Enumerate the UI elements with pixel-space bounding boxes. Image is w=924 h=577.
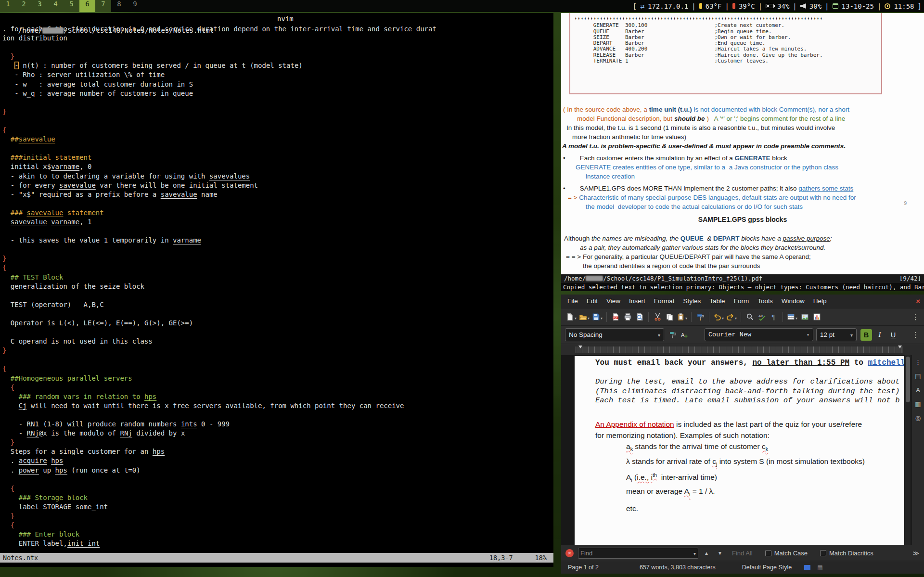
tl-line: ##Homogeneous parallel servers — [2, 374, 553, 383]
new-document-dropdown-icon[interactable] — [574, 313, 577, 321]
menu-form[interactable]: Form — [730, 295, 754, 308]
pdf-viewer-window[interactable]: ****************************************… — [561, 13, 924, 291]
menu-help[interactable]: Help — [809, 295, 831, 308]
paste-dropdown-icon[interactable] — [685, 313, 687, 321]
menu-file[interactable]: File — [563, 295, 582, 308]
vertical-scrollbar[interactable] — [905, 355, 911, 545]
cursor-position: 18,3-7 — [489, 553, 513, 563]
close-find-icon[interactable] — [565, 549, 574, 557]
italic-button[interactable]: I — [874, 329, 886, 341]
network-icon — [640, 2, 644, 11]
indent-marker-left[interactable] — [578, 346, 582, 348]
editor-buffer[interactable]: . for each C the time duration in Q and … — [0, 25, 553, 553]
scrollbar-thumb[interactable] — [906, 357, 910, 402]
tl-line: { — [2, 484, 553, 493]
page-count[interactable]: Page 1 of 2 — [568, 564, 599, 571]
copy-icon[interactable] — [664, 311, 675, 323]
terminal-window[interactable]: /home//School/csc148/Notes/Notes/Notes.h… — [0, 13, 553, 567]
tl-line — [2, 98, 553, 107]
open-dropdown-icon[interactable] — [587, 313, 590, 321]
save-icon[interactable] — [591, 311, 603, 323]
writer-window[interactable]: FileEditViewInsertFormatStylesTableFormT… — [561, 295, 924, 574]
clone-formatting-icon[interactable] — [694, 311, 706, 323]
find-next-button[interactable]: ▼ — [715, 551, 725, 556]
menu-view[interactable]: View — [602, 295, 625, 308]
redo-dropdown-icon[interactable] — [734, 313, 737, 321]
menu-edit[interactable]: Edit — [582, 295, 602, 308]
styles-icon[interactable]: A — [913, 385, 923, 395]
page-style[interactable]: Default Page Style — [742, 564, 792, 571]
menu-styles[interactable]: Styles — [679, 295, 706, 308]
tl-line: { — [2, 364, 553, 373]
workspace-tag-9[interactable]: 9 — [127, 0, 143, 12]
toolbar-overflow-icon[interactable] — [912, 313, 919, 321]
tl-line: label STORAGE some_int — [2, 502, 553, 512]
tl-line: Steps for a single customer for an hps — [2, 447, 553, 456]
table-icon[interactable] — [786, 311, 798, 323]
workspace-tag-7[interactable]: 7 — [95, 0, 111, 12]
properties-icon[interactable]: ▤ — [913, 371, 923, 381]
export-pdf-icon[interactable]: PDF — [610, 311, 621, 323]
word-count[interactable]: 657 words, 3,803 characters — [640, 564, 716, 571]
workspace-tag-4[interactable]: 4 — [48, 0, 64, 12]
new-style-icon[interactable]: A — [679, 329, 690, 341]
undo-dropdown-icon[interactable] — [721, 313, 724, 321]
workspace-tag-3[interactable]: 3 — [32, 0, 48, 12]
font-name-select[interactable]: Courier New — [705, 328, 813, 341]
match-case-checkbox[interactable] — [765, 550, 771, 556]
open-icon[interactable] — [578, 311, 590, 323]
font-size-select[interactable]: 12 pt — [816, 328, 857, 341]
ruler[interactable] — [561, 344, 924, 355]
underline-button[interactable]: U — [887, 329, 899, 341]
menu-window[interactable]: Window — [777, 295, 809, 308]
close-icon[interactable] — [916, 295, 920, 308]
match-case-option[interactable]: Match Case — [765, 550, 808, 557]
print-preview-icon[interactable] — [634, 311, 645, 323]
update-style-icon[interactable] — [667, 329, 679, 341]
spelling-icon[interactable]: AB — [756, 311, 768, 323]
image-icon[interactable] — [799, 311, 810, 323]
workspace-tag-8[interactable]: 8 — [111, 0, 127, 12]
gallery-icon[interactable]: ▦ — [913, 399, 923, 409]
dl-line — [575, 406, 904, 415]
menu-format[interactable]: Format — [650, 295, 679, 308]
document-page[interactable]: You must email back your answers, no lat… — [575, 356, 904, 545]
sidebar-settings-icon[interactable]: ⋮ — [913, 357, 923, 367]
workspace-tag-5[interactable]: 5 — [64, 0, 79, 12]
redo-icon[interactable] — [725, 311, 738, 323]
find-toolbar: ▲ ▼ Find All Match Case Match Diacritics… — [561, 545, 924, 561]
bold-button[interactable]: B — [860, 329, 872, 341]
find-input[interactable] — [580, 550, 691, 557]
formatting-marks-icon[interactable]: ¶ — [768, 311, 780, 323]
pl-line: ( In the source code above, a time unit … — [562, 105, 923, 114]
menu-table[interactable]: Table — [705, 295, 729, 308]
find-all-button[interactable]: Find All — [732, 550, 753, 557]
find-replace-icon[interactable] — [744, 311, 756, 323]
pl-line: model Functional description, but should… — [562, 114, 923, 123]
find-history-dropdown-icon[interactable] — [691, 550, 696, 557]
vim-cmdline — [0, 563, 553, 567]
undo-icon[interactable] — [712, 311, 725, 323]
find-more-options-icon[interactable]: ≫ — [912, 550, 919, 557]
new-document-icon[interactable] — [565, 311, 578, 323]
navigator-icon[interactable]: ◎ — [913, 413, 923, 423]
indent-marker-right[interactable] — [898, 346, 902, 348]
find-previous-button[interactable]: ▲ — [701, 551, 712, 556]
match-diacritics-option[interactable]: Match Diacritics — [820, 550, 873, 557]
chart-icon[interactable] — [811, 311, 822, 323]
workspace-tag-6[interactable]: 6 — [79, 0, 95, 12]
paragraph-style-select[interactable]: No Spacing — [565, 328, 664, 341]
menu-insert[interactable]: Insert — [625, 295, 650, 308]
menu-bar: FileEditViewInsertFormatStylesTableFormT… — [561, 295, 924, 308]
paste-icon[interactable] — [676, 311, 688, 323]
match-diacritics-checkbox[interactable] — [820, 550, 826, 556]
print-icon[interactable] — [622, 311, 633, 323]
toolbar-overflow-icon[interactable] — [912, 331, 919, 339]
menu-tools[interactable]: Tools — [753, 295, 777, 308]
workspace-tag-1[interactable]: 1 — [0, 0, 16, 12]
cut-icon[interactable] — [652, 311, 663, 323]
save-dropdown-icon[interactable] — [600, 313, 603, 321]
language-book-icon[interactable] — [804, 565, 810, 570]
table-dropdown-icon[interactable] — [795, 313, 797, 321]
workspace-tag-2[interactable]: 2 — [16, 0, 32, 12]
